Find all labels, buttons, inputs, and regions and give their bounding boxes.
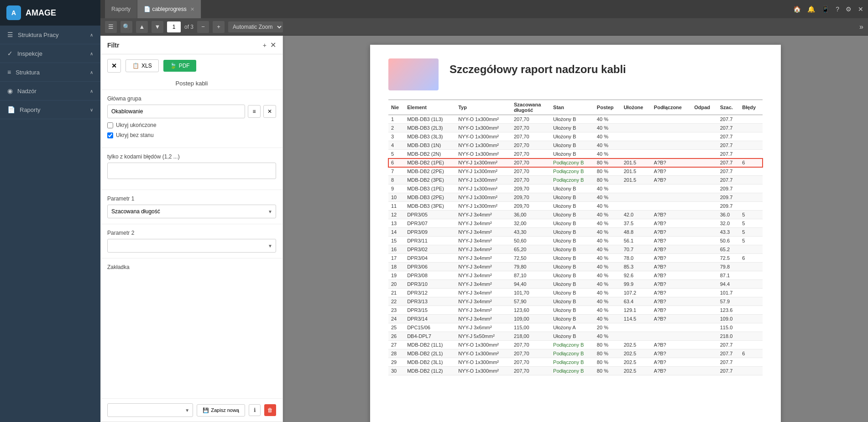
content-area: Filtr + ✕ ✕ 📋 XLS 🍃 PDF Postep kabli	[100, 36, 868, 422]
mobile-icon[interactable]: 📱	[821, 5, 829, 13]
xls-icon: 📋	[132, 63, 139, 69]
main-group-input[interactable]	[107, 105, 245, 118]
table-header-row: Nie Element Typ Szacowanadługość Stan Po…	[388, 100, 763, 115]
clear-button[interactable]: ✕	[107, 59, 121, 73]
filter-buttons: ✕ 📋 XLS 🍃 PDF	[101, 54, 282, 77]
table-row: 11MDB-DB3 (3PE)NYY-J 1x300mm²209,70Ułożo…	[388, 202, 763, 211]
pdf-page: Szczegółowy raport nadzoru kabli Nie Ele…	[370, 45, 781, 422]
nadzor-icon: ◉	[7, 87, 13, 95]
table-row: 2MDB-DB3 (2L3)NYY-O 1x300mm²207,70Ułożon…	[388, 124, 763, 132]
col-bledy: Błędy	[739, 100, 763, 115]
report-table: Nie Element Typ Szacowanadługość Stan Po…	[388, 100, 763, 375]
chevron-icon: ∧	[90, 32, 93, 37]
page-number-input[interactable]	[167, 21, 181, 32]
tab-label: Raporty	[111, 6, 131, 12]
sidebar-item-struktura-pracy[interactable]: ☰ Struktura Pracy ∧	[0, 26, 100, 44]
zoom-select[interactable]: Automatic Zoom	[228, 21, 283, 32]
col-uloz: Ułożone	[621, 100, 651, 115]
col-odpad: Odpad	[691, 100, 717, 115]
delete-button[interactable]: 🗑	[264, 404, 276, 416]
table-row: 25DPC15/06NYY-J 3x6mm²115,00Ułożony A20 …	[388, 323, 763, 332]
col-szac-dl: Szacowanadługość	[511, 100, 550, 115]
zoom-in-button[interactable]: +	[213, 21, 225, 33]
export-xls-button[interactable]: 📋 XLS	[125, 59, 159, 72]
sidebar-item-raporty[interactable]: 📄 Raporty ∨	[0, 100, 100, 119]
filter-close-button[interactable]: ✕	[270, 41, 276, 49]
main-group-list-button[interactable]: ≡	[248, 105, 261, 118]
main-group-clear-button[interactable]: ✕	[263, 105, 276, 118]
save-new-button[interactable]: 💾 Zapisz nową	[197, 404, 245, 417]
next-page-button[interactable]: ▼	[152, 21, 163, 33]
param1-select-wrapper: Szacowana długość Postep Ułożone Podłącz…	[107, 205, 276, 218]
col-element: Element	[404, 100, 455, 115]
param1-label: Parametr 1	[107, 195, 276, 202]
table-row: 29MDB-DB2 (3L1)NYY-O 1x300mm²207,70Podłą…	[388, 358, 763, 367]
chevron-icon: ∨	[90, 107, 93, 112]
expand-button[interactable]: »	[859, 23, 863, 31]
table-row: 28MDB-DB2 (2L1)NYY-O 1x300mm²207,70Podłą…	[388, 349, 763, 358]
close-icon[interactable]: ✕	[858, 5, 863, 13]
main-group-input-row: ≡ ✕	[107, 105, 276, 118]
table-row: 10MDB-DB3 (2PE)NYY-J 1x300mm²209,70Ułożo…	[388, 193, 763, 202]
zakładka-select[interactable]	[107, 403, 193, 417]
inspekcje-icon: ✓	[7, 50, 13, 57]
filter-section-title: Postep kabli	[101, 77, 282, 90]
table-row: 24DPR3/14NYY-J 3x4mm²109,00Ułożony B40 %…	[388, 315, 763, 323]
chevron-icon: ∧	[90, 70, 93, 75]
prev-page-button[interactable]: ▲	[136, 21, 148, 33]
filter-main-group-section: Główna grupa ≡ ✕ Ukryj ukończone Ukryj b…	[101, 90, 282, 148]
sidebar-item-struktura[interactable]: ≡ Struktura ∧	[0, 63, 100, 82]
col-szac: Szac.	[717, 100, 739, 115]
hide-no-status-checkbox-row: Ukryj bez stanu	[107, 132, 276, 138]
table-row: 15DPR3/11NYY-J 3x4mm²50,60Ułożony B40 %5…	[388, 237, 763, 245]
sidebar-item-nadzor[interactable]: ◉ Nadzór ∧	[0, 82, 100, 100]
filter-header-actions: + ✕	[263, 41, 276, 49]
export-pdf-button[interactable]: 🍃 PDF	[163, 60, 196, 72]
zakładka-label: Zakładka	[107, 264, 276, 270]
filter-bottom: 💾 Zapisz nową ℹ 🗑	[101, 398, 282, 422]
param2-select[interactable]	[107, 239, 276, 253]
bell-icon[interactable]: 🔔	[807, 5, 815, 13]
filter-zakładka-section: Zakładka	[101, 258, 282, 279]
zoom-out-button[interactable]: −	[197, 21, 209, 33]
col-typ: Typ	[455, 100, 511, 115]
app-logo: A AMAGE	[0, 0, 100, 26]
param1-select[interactable]: Szacowana długość Postep Ułożone Podłącz…	[107, 205, 276, 218]
sidebar-toggle-button[interactable]: ☰	[105, 21, 117, 33]
table-row: 7MDB-DB2 (2PE)NYY-J 1x300mm²207,70Podłąc…	[388, 167, 763, 176]
pdf-view[interactable]: Szczegółowy raport nadzoru kabli Nie Ele…	[283, 36, 868, 422]
table-row: 1MDB-DB3 (1L3)NYY-O 1x300mm²207,70Ułożon…	[388, 115, 763, 124]
table-row: 17DPR3/04NYY-J 3x4mm²72,50Ułożony B40 %7…	[388, 254, 763, 263]
error-codes-input[interactable]	[107, 163, 276, 179]
help-icon[interactable]: ?	[836, 5, 839, 13]
home-icon[interactable]: 🏠	[793, 5, 801, 13]
filter-param1-section: Parametr 1 Szacowana długość Postep Ułoż…	[101, 190, 282, 224]
zakładka-select-wrapper	[107, 403, 193, 417]
hide-completed-checkbox[interactable]	[107, 122, 113, 128]
sidebar-item-label: Struktura	[16, 69, 40, 76]
tab-close-button[interactable]: ✕	[190, 6, 194, 12]
col-postep: Postep	[594, 100, 621, 115]
sidebar-item-label: Inspekcje	[17, 50, 42, 57]
table-row: 9MDB-DB3 (1PE)NYY-J 1x300mm²209,70Ułożon…	[388, 185, 763, 193]
document-icon: 📄	[144, 6, 151, 12]
tab-cableprogress[interactable]: 📄 cableprogress ✕	[137, 0, 201, 18]
table-body: 1MDB-DB3 (1L3)NYY-O 1x300mm²207,70Ułożon…	[388, 115, 763, 375]
settings-icon[interactable]: ⚙	[846, 5, 852, 13]
table-row: 6MDB-DB2 (1PE)NYY-J 1x300mm²207,70Podłąc…	[388, 158, 763, 167]
tab-raporty[interactable]: Raporty	[105, 0, 137, 18]
top-bar-icons: 🏠 🔔 📱 ? ⚙ ✕	[793, 5, 863, 13]
sidebar-item-inspekcje[interactable]: ✓ Inspekcje ∧	[0, 44, 100, 63]
table-row: 20DPR3/10NYY-J 3x4mm²94,40Ułożony B40 %9…	[388, 280, 763, 289]
tab-bar: Raporty 📄 cableprogress ✕	[105, 0, 201, 18]
table-row: 21DPR3/12NYY-J 3x4mm²101,70Ułożony B40 %…	[388, 289, 763, 297]
search-button[interactable]: 🔍	[120, 21, 132, 33]
save-icon: 💾	[203, 407, 209, 413]
filter-add-button[interactable]: +	[263, 42, 267, 49]
hide-completed-label: Ukryj ukończone	[116, 122, 157, 128]
info-button[interactable]: ℹ	[249, 404, 261, 416]
table-row: 26DB4-DPL7NYY-J 5x50mm²218,00Ułożony B40…	[388, 332, 763, 341]
top-bar: Raporty 📄 cableprogress ✕ 🏠 🔔 📱 ? ⚙ ✕	[100, 0, 868, 18]
app-name: AMAGE	[26, 8, 56, 18]
hide-no-status-checkbox[interactable]	[107, 132, 113, 138]
